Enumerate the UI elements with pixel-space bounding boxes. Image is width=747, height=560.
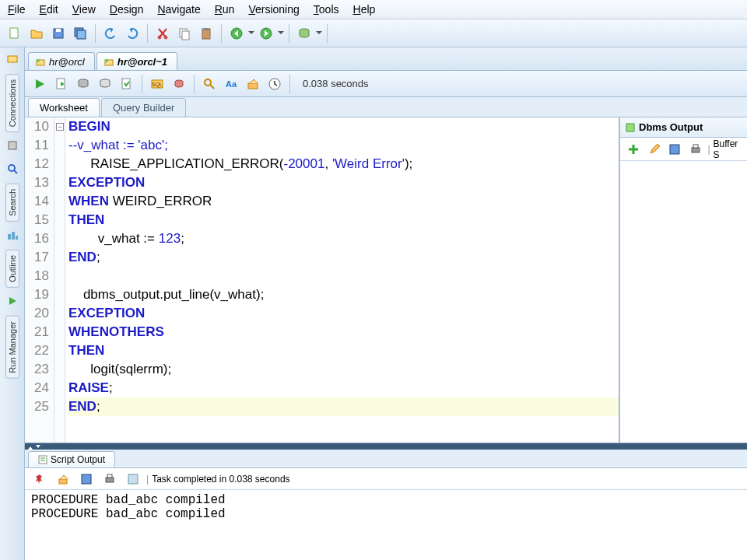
autotrace-icon[interactable] [95, 74, 115, 94]
menu-versioning[interactable]: Versioning [248, 3, 299, 16]
svg-rect-41 [39, 456, 47, 464]
svg-rect-40 [693, 145, 698, 148]
history-icon[interactable] [265, 74, 285, 94]
dbms-output-pane: Dbms Output | Buffer S [619, 117, 747, 443]
svg-rect-38 [670, 145, 679, 154]
svg-rect-14 [8, 56, 17, 62]
svg-rect-45 [82, 474, 91, 484]
db-dropdown[interactable] [316, 29, 322, 37]
connection-tabs: hr@orclhr@orcl~1 [25, 47, 747, 71]
format-icon[interactable]: Aa [221, 74, 241, 94]
print-icon[interactable] [687, 139, 705, 159]
edit-icon[interactable] [646, 139, 664, 159]
sql-icon[interactable]: SQL [147, 74, 167, 94]
svg-rect-10 [204, 28, 209, 30]
run-icon[interactable] [30, 74, 50, 94]
tab-query-builder[interactable]: Query Builder [101, 98, 186, 117]
code-editor[interactable]: 10111213141516171819202122232425 − BEGIN… [25, 117, 619, 443]
commit-icon[interactable] [117, 74, 137, 94]
search-tab[interactable]: Search [5, 184, 19, 222]
svg-rect-46 [106, 478, 114, 482]
menu-help[interactable]: Help [353, 3, 376, 16]
tools-side-icon[interactable] [4, 137, 21, 154]
nav-fwd-icon[interactable] [256, 23, 276, 44]
svg-rect-19 [12, 232, 15, 240]
svg-point-22 [37, 59, 40, 62]
undo-icon[interactable] [100, 23, 121, 44]
open-icon[interactable] [26, 23, 47, 44]
svg-point-24 [105, 59, 108, 62]
svg-line-33 [210, 85, 214, 89]
execution-time: 0.038 seconds [303, 78, 369, 89]
redo-icon[interactable] [122, 23, 142, 44]
dbms-output-icon [625, 122, 636, 133]
cut-icon[interactable] [153, 23, 173, 44]
task-status: Task completed in 0.038 seconds [152, 474, 289, 485]
run-manager-tab[interactable]: Run Manager [5, 316, 19, 379]
svg-rect-39 [692, 148, 700, 152]
nav-back-icon[interactable] [226, 23, 247, 44]
save-script-icon[interactable] [76, 469, 96, 489]
dbms-output-title: Dbms Output [639, 121, 703, 133]
svg-rect-2 [56, 29, 61, 32]
paste-icon[interactable] [196, 23, 216, 44]
menu-run[interactable]: Run [215, 3, 235, 16]
worksheet-toolbar: SQL Aa 0.038 seconds [25, 71, 747, 97]
svg-point-32 [205, 79, 211, 86]
svg-rect-18 [8, 234, 11, 240]
explain-icon[interactable] [73, 74, 93, 94]
open-script-icon[interactable] [123, 469, 143, 489]
conn-tab[interactable]: hr@orcl [28, 52, 95, 70]
run-mgr-icon[interactable] [4, 292, 21, 310]
nav-fwd-dropdown[interactable] [278, 29, 284, 37]
svg-rect-28 [122, 79, 130, 89]
script-output-icon [38, 455, 47, 464]
svg-rect-44 [59, 479, 67, 484]
svg-rect-8 [182, 31, 189, 40]
menu-view[interactable]: View [72, 3, 96, 16]
tab-worksheet[interactable]: Worksheet [28, 98, 100, 117]
svg-text:SQL: SQL [152, 82, 163, 88]
add-icon[interactable] [625, 139, 643, 159]
outline-side-icon[interactable] [4, 226, 21, 243]
db-icon[interactable] [294, 23, 314, 44]
menu-edit[interactable]: Edit [40, 3, 58, 16]
conn-tab[interactable]: hr@orcl~1 [96, 52, 177, 70]
search-side-icon[interactable] [4, 160, 21, 177]
connections-icon[interactable] [4, 51, 21, 68]
svg-rect-47 [107, 474, 112, 478]
connections-tab[interactable]: Connections [5, 74, 19, 132]
nav-back-dropdown[interactable] [248, 29, 254, 37]
panel-resize-handle[interactable] [25, 443, 747, 450]
clear-out-icon[interactable] [53, 469, 73, 489]
svg-point-16 [9, 165, 15, 171]
rollback-icon[interactable] [169, 74, 189, 94]
buffer-label: Buffer S [714, 138, 742, 160]
print-script-icon[interactable] [100, 469, 120, 489]
tab-script-output[interactable]: Script Output [28, 451, 115, 467]
menu-design[interactable]: Design [110, 3, 144, 16]
main-toolbar [0, 19, 747, 47]
save-all-icon[interactable] [70, 23, 90, 44]
svg-rect-15 [9, 142, 16, 149]
menubar: FileEditViewDesignNavigateRunVersioningT… [0, 0, 747, 19]
find-icon[interactable] [199, 74, 219, 94]
pin-icon[interactable] [30, 469, 50, 489]
menu-tools[interactable]: Tools [314, 3, 339, 16]
copy-icon[interactable] [174, 23, 195, 44]
script-output-text: PROCEDURE bad_abc compiled PROCEDURE bad… [25, 490, 747, 560]
left-sidebar: Connections Search Outline Run Manager [0, 47, 25, 560]
outline-tab[interactable]: Outline [5, 250, 19, 288]
svg-rect-35 [248, 83, 258, 89]
menu-file[interactable]: File [8, 3, 26, 16]
clear-icon[interactable] [243, 74, 263, 94]
new-icon[interactable] [5, 23, 25, 44]
svg-rect-48 [128, 474, 138, 484]
save-out-icon[interactable] [666, 139, 684, 159]
svg-rect-4 [77, 30, 86, 39]
save-icon[interactable] [48, 23, 68, 44]
svg-rect-37 [626, 124, 634, 131]
svg-line-17 [14, 170, 17, 173]
run-script-icon[interactable] [51, 74, 72, 94]
menu-navigate[interactable]: Navigate [157, 3, 200, 16]
